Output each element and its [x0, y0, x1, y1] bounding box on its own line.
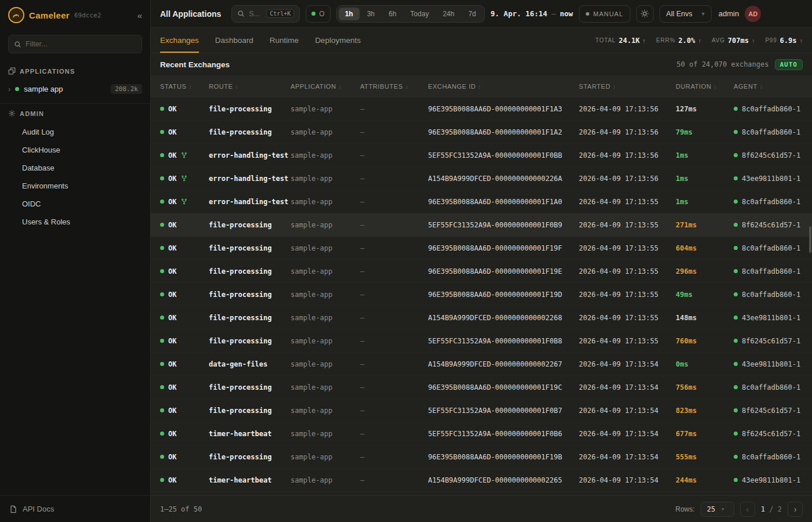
time-range-6h[interactable]: 6h — [382, 8, 403, 20]
application-cell: sample-app — [291, 198, 360, 206]
column-header-duration[interactable]: DURATION↕ — [676, 83, 734, 90]
started-cell: 2026-04-09 17:13:56 — [579, 128, 676, 136]
exchange-id-cell: 5EF55FC31352A9A-000000000001F0B8 — [428, 337, 579, 345]
avatar[interactable]: AD — [745, 6, 761, 22]
attributes-cell: — — [360, 291, 428, 299]
table-row[interactable]: OKfile-processingsample-app—A154B9A999DF… — [151, 306, 812, 329]
agent-status-dot — [734, 478, 738, 482]
table-row[interactable]: OKfile-processingsample-app—96E395B0088A… — [151, 237, 812, 260]
table-row[interactable]: OKfile-processingsample-app—96E395B0088A… — [151, 445, 812, 469]
table-row[interactable]: OKfile-processingsample-app—96E395B0088A… — [151, 97, 812, 121]
table-row[interactable]: OKerror-handling-testsample-app—5EF55FC3… — [151, 144, 812, 167]
live-indicator[interactable]: O — [306, 5, 330, 23]
agent-status-dot — [734, 362, 738, 366]
application-cell: sample-app — [291, 476, 360, 484]
attributes-cell: — — [360, 360, 428, 368]
filter-input[interactable] — [26, 40, 136, 48]
table-row[interactable]: OKfile-processingsample-app—96E395B0088A… — [151, 121, 812, 144]
table-row[interactable]: OKfile-processingsample-app—5EF55FC31352… — [151, 399, 812, 422]
time-range-today[interactable]: Today — [404, 8, 435, 20]
duration-cell: 271ms — [676, 221, 734, 229]
trend-up-icon: ↑ — [698, 37, 701, 44]
sidebar-item-users-roles[interactable]: Users & Roles — [0, 213, 150, 231]
table-row[interactable]: OKfile-processingsample-app—96E395B0088A… — [151, 283, 812, 306]
column-label: DURATION — [676, 83, 711, 90]
started-cell: 2026-04-09 17:13:56 — [579, 151, 676, 160]
sort-icon: ↕ — [613, 84, 617, 90]
sort-icon: ↕ — [339, 84, 342, 90]
scrollbar-thumb[interactable] — [809, 226, 811, 253]
column-header-agent[interactable]: AGENT↕ — [734, 83, 812, 90]
stat-label: AVG — [712, 37, 725, 44]
application-cell: sample-app — [291, 244, 360, 252]
api-docs-link[interactable]: API Docs — [0, 495, 150, 522]
manual-refresh-button[interactable]: MANUAL — [579, 5, 630, 23]
sidebar-item-audit-log[interactable]: Audit Log — [0, 123, 150, 141]
app-item-label: sample app — [24, 85, 63, 93]
route-cell: file-processing — [209, 291, 291, 299]
agent-cell: 8c0affadb860-1 — [734, 244, 812, 252]
sort-icon: ↕ — [235, 84, 239, 90]
agent-status-dot — [734, 385, 738, 389]
time-range-1h[interactable]: 1h — [339, 8, 360, 20]
status-cell: OK — [160, 128, 209, 136]
duration-cell: 127ms — [676, 105, 734, 113]
date-to: now — [560, 9, 573, 18]
column-header-status[interactable]: STATUS↕ — [160, 83, 209, 90]
status-cell: OK — [160, 383, 209, 392]
time-range-3h[interactable]: 3h — [361, 8, 381, 20]
table-row[interactable]: OKerror-handling-testsample-app—A154B9A9… — [151, 167, 812, 190]
sidebar-item-oidc[interactable]: OIDC — [0, 195, 150, 213]
tab-deployments[interactable]: Deployments — [315, 28, 361, 53]
column-header-exchange-id[interactable]: EXCHANGE ID↕ — [428, 83, 579, 90]
tab-exchanges[interactable]: Exchanges — [160, 28, 199, 53]
agent-cell: 8c0affadb860-1 — [734, 198, 812, 206]
auto-refresh-badge[interactable]: AUTO — [775, 59, 803, 70]
table-row[interactable]: OKdata-gen-filessample-app—A154B9A999DFC… — [151, 353, 812, 376]
chevron-down-icon: ▾ — [702, 10, 705, 17]
tab-dashboard[interactable]: Dashboard — [215, 28, 253, 53]
table-row[interactable]: OKfile-processingsample-app—5EF55FC31352… — [151, 213, 812, 237]
sidebar-filter[interactable] — [8, 35, 142, 53]
column-header-application[interactable]: APPLICATION↕ — [291, 83, 360, 90]
agent-cell: 43ee9811b801-1 — [734, 476, 812, 484]
route-cell: file-processing — [209, 453, 291, 461]
table-row[interactable]: OKtimer-heartbeatsample-app—A154B9A999DF… — [151, 469, 812, 492]
column-header-route[interactable]: ROUTE↕ — [209, 83, 291, 90]
prev-page-button[interactable]: ‹ — [740, 502, 755, 517]
time-range-24h[interactable]: 24h — [436, 8, 461, 20]
env-select[interactable]: All Envs ▾ — [659, 5, 712, 23]
exchange-id-cell: A154B9A999DFCED-0000000000002267 — [428, 360, 579, 368]
rows-per-page-select[interactable]: 25 ▾ — [701, 502, 734, 517]
status-cell: OK — [160, 267, 209, 276]
status-cell: OK — [160, 453, 209, 461]
time-range-7d[interactable]: 7d — [462, 8, 482, 20]
table-row[interactable]: OKfile-processingsample-app—96E395B0088A… — [151, 376, 812, 399]
tab-runtime[interactable]: Runtime — [270, 28, 299, 53]
table-row[interactable]: OKfile-processingsample-app—96E395B0088A… — [151, 260, 812, 283]
started-cell: 2026-04-09 17:13:56 — [579, 105, 676, 113]
sidebar-item-database[interactable]: Database — [0, 159, 150, 177]
status-ok-dot — [160, 385, 164, 389]
column-label: AGENT — [734, 83, 757, 90]
next-page-button[interactable]: › — [788, 502, 803, 517]
duration-cell: 49ms — [676, 291, 734, 299]
global-search[interactable]: S... Ctrl+K — [231, 5, 300, 23]
date-range-picker[interactable]: 9. Apr. 16:14 — now — [491, 9, 573, 18]
sidebar-collapse-icon[interactable]: « — [137, 10, 142, 20]
current-page: 1 — [761, 505, 765, 513]
agent-cell: 43ee9811b801-1 — [734, 360, 812, 368]
table-row[interactable]: OKerror-handling-testsample-app—96E395B0… — [151, 190, 812, 213]
column-header-started[interactable]: STARTED↕ — [579, 83, 676, 90]
duration-cell: 823ms — [676, 407, 734, 415]
sidebar-item-clickhouse[interactable]: ClickHouse — [0, 141, 150, 159]
table-row[interactable]: OKtimer-heartbeatsample-app—5EF55FC31352… — [151, 422, 812, 445]
sidebar-item-environments[interactable]: Environments — [0, 177, 150, 195]
stat-p99: P996.9s↑ — [765, 37, 803, 45]
app-version: 69dcce2 — [74, 12, 101, 19]
theme-toggle-button[interactable] — [636, 5, 654, 23]
duration-cell: 756ms — [676, 383, 734, 392]
sidebar-item-sample-app[interactable]: › sample app 208.2k — [0, 81, 150, 97]
column-header-attributes[interactable]: ATTRIBUTES↕ — [360, 83, 428, 90]
table-row[interactable]: OKfile-processingsample-app—5EF55FC31352… — [151, 329, 812, 353]
